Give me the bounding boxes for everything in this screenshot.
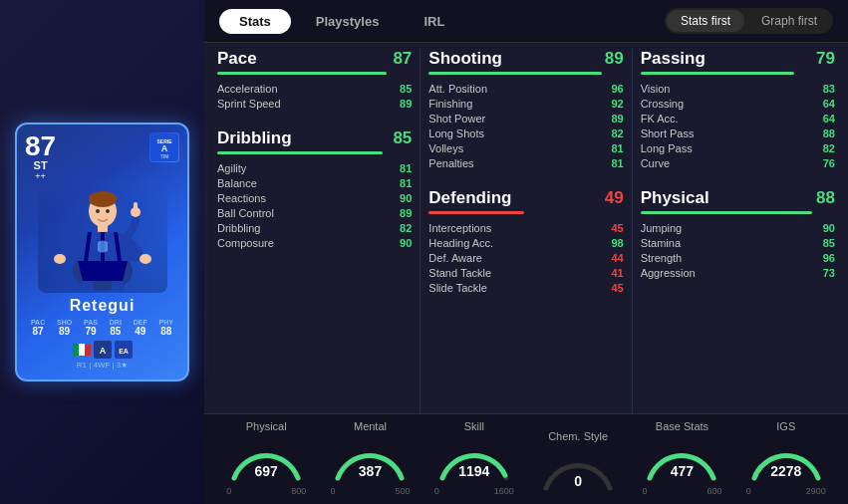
gauge-basestats-container: 477 (642, 434, 721, 484)
gauge-mental-value: 387 (359, 463, 382, 479)
gauge-mental: Mental 387 0 500 (330, 420, 410, 496)
physical-stat-0: Jumping 90 (641, 220, 835, 235)
gauge-igs-minmax: 0 2900 (746, 486, 826, 496)
tab-playstyles[interactable]: Playstyles (296, 9, 400, 34)
defending-value: 49 (605, 188, 624, 208)
tab-stats[interactable]: Stats (219, 9, 291, 34)
defending-label: Defending (428, 188, 511, 208)
dribbling-stat-3: Ball Control 89 (217, 205, 412, 220)
dribbling-label: Dribbling (217, 128, 292, 148)
pace-column: Pace 87 Acceleration 85 Sprint Speed 89 … (209, 49, 421, 413)
gauge-chem-value: 0 (574, 473, 582, 489)
gauge-physical-value: 697 (254, 463, 277, 479)
passing-stat-4: Long Pass 82 (641, 140, 835, 155)
dribbling-bar (217, 151, 383, 154)
passing-label: Passing (641, 49, 706, 69)
gauge-physical: Physical 697 0 800 (226, 420, 306, 496)
defending-stat-2: Def. Aware 44 (428, 250, 623, 265)
svg-rect-18 (85, 344, 91, 356)
gauge-physical-container: 697 (226, 434, 306, 484)
physical-header: Physical 88 (641, 188, 835, 208)
stats-panel: Stats Playstyles IRL Stats first Graph f… (204, 0, 848, 504)
pace-value: 87 (393, 49, 412, 69)
player-image (38, 183, 167, 293)
gauges-row: Physical 697 0 800 Mental (204, 413, 848, 504)
physical-stat-2: Strength 96 (641, 250, 835, 265)
gauge-mental-container: 387 (330, 434, 410, 484)
shooting-column: Shooting 89 Att. Position 96 Finishing 9… (421, 49, 632, 413)
passing-stat-3: Short Pass 88 (641, 126, 835, 140)
dribbling-stat-1: Balance 81 (217, 175, 412, 190)
card-flags: A EA (73, 341, 133, 359)
graph-first-button[interactable]: Graph first (747, 10, 831, 32)
physical-stat-3: Aggression 73 (641, 265, 835, 280)
card-panel: 87 ST ++ SERIE A TIM (0, 0, 204, 504)
gauge-skill-value: 1194 (458, 463, 489, 479)
shooting-stat-2: Shot Power 89 (428, 111, 623, 126)
physical-value: 88 (816, 188, 835, 208)
pace-header: Pace 87 (217, 49, 412, 69)
shooting-stat-3: Long Shots 82 (428, 126, 623, 140)
physical-section: Physical 88 Jumping 90 Stamina 85 Streng… (641, 188, 835, 280)
stats-content: Pace 87 Acceleration 85 Sprint Speed 89 … (204, 43, 848, 504)
svg-point-14 (96, 209, 100, 213)
defending-stat-0: Interceptions 45 (428, 220, 623, 235)
svg-point-6 (89, 191, 117, 207)
passing-stat-0: Vision 83 (641, 81, 835, 96)
gauge-basestats-minmax: 0 600 (642, 486, 721, 496)
svg-point-9 (140, 254, 151, 264)
passing-bar (641, 72, 794, 75)
gauge-physical-minmax: 0 800 (226, 486, 306, 496)
dribbling-value: 85 (393, 128, 412, 148)
player-name: Retegui (70, 297, 136, 315)
dribbling-stat-4: Dribbling 82 (217, 220, 412, 235)
stats-first-button[interactable]: Stats first (667, 10, 744, 32)
pace-stat-1: Sprint Speed 89 (217, 96, 412, 111)
svg-point-8 (54, 254, 66, 264)
shooting-bar (428, 72, 602, 75)
gauge-igs-value: 2278 (770, 463, 801, 479)
gauge-basestats-value: 477 (671, 463, 694, 479)
defending-bar (428, 211, 524, 214)
shooting-stat-5: Penalties 81 (428, 155, 623, 170)
gauge-basestats: Base Stats 477 0 600 (642, 420, 721, 496)
dribbling-section: Dribbling 85 Agility 81 Balance 81 React… (217, 128, 412, 250)
svg-text:A: A (99, 346, 106, 356)
svg-text:EA: EA (119, 348, 129, 355)
club-badge: A (94, 341, 112, 359)
passing-header: Passing 79 (641, 49, 835, 69)
special-badge: EA (115, 341, 133, 359)
svg-rect-11 (134, 202, 138, 214)
rating-plus: ++ (35, 171, 46, 181)
shooting-stat-0: Att. Position 96 (428, 81, 623, 96)
svg-text:TIM: TIM (160, 153, 169, 159)
physical-label: Physical (641, 188, 709, 208)
defending-stat-3: Stand Tackle 41 (428, 265, 623, 280)
passing-stat-2: FK Acc. 64 (641, 111, 835, 126)
rating-number: 87 (25, 132, 56, 160)
player-card: 87 ST ++ SERIE A TIM (15, 123, 189, 381)
gauge-igs-container: 2278 (746, 434, 826, 484)
pace-stat-0: Acceleration 85 (217, 81, 412, 96)
svg-rect-7 (98, 224, 108, 232)
dribbling-stat-0: Agility 81 (217, 160, 412, 175)
svg-text:A: A (161, 143, 168, 153)
gauge-skill-container: 1194 (434, 434, 514, 484)
gauge-chem-container: 0 (538, 444, 618, 494)
physical-bar (641, 211, 812, 214)
gauge-chem: Chem. Style 0 (538, 430, 618, 496)
shooting-header: Shooting 89 (428, 49, 623, 69)
card-stats-row: PAC87 SHO89 PAS79 DRI85 DEF49 PHY88 (25, 319, 179, 337)
dribbling-stat-2: Reactions 90 (217, 190, 412, 205)
defending-stat-1: Heading Acc. 98 (428, 235, 623, 250)
passing-column: Passing 79 Vision 83 Crossing 64 FK Acc.… (633, 49, 843, 413)
tabs-header: Stats Playstyles IRL Stats first Graph f… (204, 0, 848, 43)
italy-flag (73, 344, 91, 356)
tab-irl[interactable]: IRL (404, 9, 464, 34)
dribbling-header: Dribbling 85 (217, 128, 412, 148)
svg-point-15 (106, 209, 110, 213)
gauge-skill: Skill 1194 0 1600 (434, 420, 514, 496)
pace-label: Pace (217, 49, 257, 69)
svg-rect-12 (82, 281, 94, 291)
card-rating: 87 ST ++ (25, 132, 56, 181)
